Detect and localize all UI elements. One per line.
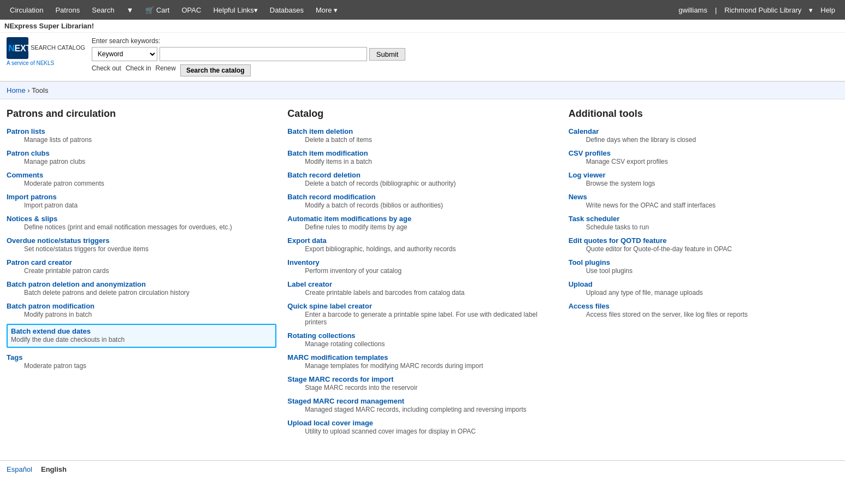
svg-text:N: N [8, 44, 15, 53]
import-patrons-link[interactable]: Import patrons [7, 193, 276, 201]
nav-patrons[interactable]: Patrons [50, 3, 85, 17]
rotating-collections-group: Rotating collections Manage rotating col… [287, 331, 557, 348]
log-viewer-link[interactable]: Log viewer [569, 171, 838, 179]
patron-card-creator-link[interactable]: Patron card creator [7, 258, 276, 266]
batch-extend-due-dates-link[interactable]: Batch extend due dates [11, 327, 272, 335]
lang-es[interactable]: Español [7, 465, 32, 473]
nav-helpful-links[interactable]: Helpful Links▾ [208, 3, 263, 17]
breadcrumb-current: Tools [32, 86, 48, 94]
nav-help[interactable]: Help [815, 3, 841, 17]
label-creator-link[interactable]: Label creator [287, 280, 557, 288]
batch-record-deletion-link[interactable]: Batch record deletion [287, 171, 557, 179]
nav-databases[interactable]: Databases [264, 3, 309, 17]
logo-service: A service of NEKLS [7, 60, 85, 66]
search-label: Enter search keywords: [92, 37, 405, 45]
label-creator-desc: Create printable labels and barcodes fro… [305, 289, 557, 297]
nav-search[interactable]: Search [86, 3, 120, 17]
tool-plugins-link[interactable]: Tool plugins [569, 258, 838, 266]
batch-patron-deletion-link[interactable]: Batch patron deletion and anonymization [7, 280, 276, 288]
inventory-link[interactable]: Inventory [287, 258, 557, 266]
footer: Español English [0, 460, 845, 478]
news-link[interactable]: News [569, 193, 838, 201]
quick-spine-label-desc: Enter a barcode to generate a printable … [305, 311, 557, 326]
search-type-select[interactable]: Keyword Title Author Subject ISBN [92, 47, 157, 61]
export-data-desc: Export bibliographic, holdings, and auth… [305, 245, 557, 253]
nav-more[interactable]: More ▾ [310, 3, 343, 17]
access-files-group: Access files Access files stored on the … [569, 302, 838, 318]
calendar-group: Calendar Define days when the library is… [569, 127, 838, 144]
rotating-collections-link[interactable]: Rotating collections [287, 331, 557, 340]
breadcrumb: Home › Tools [0, 82, 845, 99]
edit-quotes-desc: Quote editor for Quote-of-the-day featur… [586, 245, 838, 253]
nav-opac[interactable]: OPAC [176, 3, 206, 17]
csv-profiles-link[interactable]: CSV profiles [569, 149, 838, 157]
main-content: Patrons and circulation Patron lists Man… [0, 99, 845, 449]
staged-marc-management-group: Staged MARC record management Managed st… [287, 397, 557, 413]
nav-circulation[interactable]: Circulation [4, 3, 49, 17]
checkin-link[interactable]: Check in [126, 64, 151, 76]
calendar-link[interactable]: Calendar [569, 127, 838, 135]
logo-icon: N EXT [7, 37, 28, 59]
notices-slips-group: Notices & slips Define notices (print an… [7, 215, 276, 231]
batch-record-modification-link[interactable]: Batch record modification [287, 193, 557, 201]
patron-clubs-group: Patron clubs Manage patron clubs [7, 149, 276, 165]
upload-desc: Upload any type of file, manage uploads [586, 289, 838, 297]
nav-username[interactable]: gwilliams [673, 3, 713, 17]
patrons-circulation-column: Patrons and circulation Patron lists Man… [7, 108, 276, 441]
patron-card-creator-desc: Create printable patron cards [24, 267, 276, 275]
news-desc: Write news for the OPAC and staff interf… [586, 201, 838, 209]
stage-marc-records-link[interactable]: Stage MARC records for import [287, 375, 557, 383]
search-area: N EXT SEARCH CATALOG A service of NEKLS … [0, 33, 845, 82]
upload-cover-image-group: Upload local cover image Utility to uplo… [287, 419, 557, 435]
overdue-notice-link[interactable]: Overdue notice/status triggers [7, 236, 276, 245]
additional-column-heading: Additional tools [569, 108, 838, 120]
comments-link[interactable]: Comments [7, 171, 276, 179]
auto-item-modifications-link[interactable]: Automatic item modifications by age [287, 215, 557, 223]
top-navigation: Circulation Patrons Search ▼ 🛒 Cart OPAC… [0, 0, 845, 20]
upload-link[interactable]: Upload [569, 280, 838, 288]
logo-brand: SEARCH CATALOG [31, 44, 85, 51]
lang-en: English [41, 465, 67, 473]
task-scheduler-link[interactable]: Task scheduler [569, 215, 838, 223]
search-submit-button[interactable]: Submit [369, 48, 405, 61]
tags-link[interactable]: Tags [7, 353, 276, 361]
marc-modification-templates-link[interactable]: MARC modification templates [287, 353, 557, 361]
import-patrons-desc: Import patron data [24, 201, 276, 209]
nav-library[interactable]: Richmond Public Library [719, 3, 807, 17]
edit-quotes-link[interactable]: Edit quotes for QOTD feature [569, 236, 838, 245]
nav-dropdown[interactable]: ▼ [121, 3, 139, 17]
calendar-desc: Define days when the library is closed [586, 136, 838, 144]
edit-quotes-group: Edit quotes for QOTD feature Quote edito… [569, 236, 838, 253]
nav-cart[interactable]: 🛒 Cart [140, 3, 175, 17]
checkout-link[interactable]: Check out [92, 64, 121, 76]
notices-slips-link[interactable]: Notices & slips [7, 215, 276, 223]
export-data-link[interactable]: Export data [287, 236, 557, 245]
batch-item-deletion-link[interactable]: Batch item deletion [287, 127, 557, 135]
quick-spine-label-link[interactable]: Quick spine label creator [287, 302, 557, 310]
batch-record-deletion-desc: Delete a batch of records (bibliographic… [305, 180, 557, 187]
batch-item-modification-group: Batch item modification Modify items in … [287, 149, 557, 165]
upload-cover-image-desc: Utility to upload scanned cover images f… [305, 428, 557, 435]
patron-lists-link[interactable]: Patron lists [7, 127, 276, 135]
csv-profiles-group: CSV profiles Manage CSV export profiles [569, 149, 838, 165]
staged-marc-management-link[interactable]: Staged MARC record management [287, 397, 557, 405]
quick-spine-label-group: Quick spine label creator Enter a barcod… [287, 302, 557, 326]
batch-patron-modification-group: Batch patron modification Modify patrons… [7, 302, 276, 318]
patron-clubs-link[interactable]: Patron clubs [7, 149, 276, 157]
batch-item-modification-link[interactable]: Batch item modification [287, 149, 557, 157]
search-input[interactable] [159, 47, 367, 61]
batch-patron-modification-link[interactable]: Batch patron modification [7, 302, 276, 310]
search-fields: Enter search keywords: Keyword Title Aut… [92, 37, 405, 76]
csv-profiles-desc: Manage CSV export profiles [586, 158, 838, 165]
notice-text: NExpress Super Librarian! [4, 22, 94, 30]
logo-text-area: SEARCH CATALOG [31, 44, 85, 51]
renew-link[interactable]: Renew [156, 64, 176, 76]
tags-group: Tags Moderate patron tags [7, 353, 276, 370]
additional-tools-column: Additional tools Calendar Define days wh… [569, 108, 838, 441]
inventory-desc: Perform inventory of your catalog [305, 267, 557, 275]
access-files-link[interactable]: Access files [569, 302, 838, 310]
breadcrumb-home[interactable]: Home [7, 86, 26, 94]
search-catalog-button[interactable]: Search the catalog [180, 64, 251, 76]
patron-card-creator-group: Patron card creator Create printable pat… [7, 258, 276, 275]
upload-cover-image-link[interactable]: Upload local cover image [287, 419, 557, 427]
